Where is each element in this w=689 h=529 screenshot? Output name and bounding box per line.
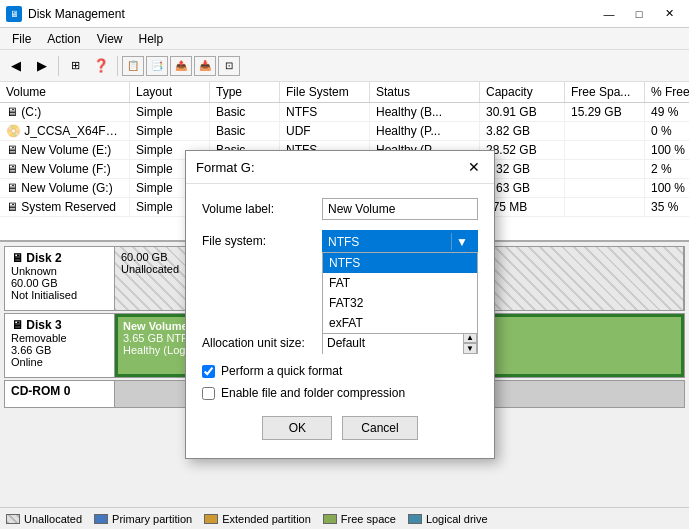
disk-3-name: 🖥 Disk 3 — [11, 318, 108, 332]
col-header-type[interactable]: Type — [210, 82, 280, 102]
filesystem-dropdown-list: NTFS FAT FAT32 exFAT — [322, 252, 478, 334]
title-bar-left: 🖥 Disk Management — [6, 6, 125, 22]
menu-help[interactable]: Help — [131, 30, 172, 48]
window-controls[interactable]: — □ ✕ — [595, 4, 683, 24]
cell-free — [565, 160, 645, 178]
cell-layout: Simple — [130, 122, 210, 140]
toolbar-separator-2 — [117, 56, 118, 76]
toolbar-btn-7[interactable]: 📤 — [170, 56, 192, 76]
fs-option-fat[interactable]: FAT — [323, 273, 477, 293]
col-header-status[interactable]: Status — [370, 82, 480, 102]
fs-option-fat32[interactable]: FAT32 — [323, 293, 477, 313]
cell-free: 15.29 GB — [565, 103, 645, 121]
col-header-freespace[interactable]: Free Spa... — [565, 82, 645, 102]
cell-volume: 🖥 System Reserved — [0, 198, 130, 216]
cell-status: Healthy (B... — [370, 103, 480, 121]
cell-fs: UDF — [280, 122, 370, 140]
compression-label[interactable]: Enable file and folder compression — [221, 386, 405, 400]
cell-type: Basic — [210, 103, 280, 121]
menu-bar: File Action View Help — [0, 28, 689, 50]
legend-freespace-color — [323, 514, 337, 524]
toolbar-btn-4[interactable]: ❓ — [89, 54, 113, 78]
alloc-spinners: ▲ ▼ — [463, 332, 477, 354]
compression-row: Enable file and folder compression — [202, 386, 478, 400]
col-header-layout[interactable]: Layout — [130, 82, 210, 102]
format-dialog: Format G: ✕ Volume label: File system: N… — [185, 150, 495, 459]
col-header-fs[interactable]: File System — [280, 82, 370, 102]
dialog-title-bar: Format G: ✕ — [186, 151, 494, 184]
toolbar-separator-1 — [58, 56, 59, 76]
filesystem-row: File system: NTFS ▼ NTFS FAT FAT32 exFAT — [202, 230, 478, 252]
toolbar-btn-6[interactable]: 📑 — [146, 56, 168, 76]
ok-button[interactable]: OK — [262, 416, 332, 440]
col-header-volume[interactable]: Volume — [0, 82, 130, 102]
legend-extended-label: Extended partition — [222, 513, 311, 525]
disk-3-info: 🖥 Disk 3 Removable 3.66 GB Online — [5, 314, 115, 377]
alloc-control: ▲ ▼ — [322, 332, 478, 354]
cell-volume: 🖥 New Volume (F:) — [0, 160, 130, 178]
legend-unallocated-color — [6, 514, 20, 524]
toolbar-btn-5[interactable]: 📋 — [122, 56, 144, 76]
cancel-button[interactable]: Cancel — [342, 416, 417, 440]
table-row[interactable]: 📀 J_CCSA_X64FRE_E... Simple Basic UDF He… — [0, 122, 689, 141]
legend-extended-color — [204, 514, 218, 524]
cell-volume: 🖥 New Volume (G:) — [0, 179, 130, 197]
disk-2-status: Not Initialised — [11, 289, 108, 301]
menu-file[interactable]: File — [4, 30, 39, 48]
legend-unallocated-label: Unallocated — [24, 513, 82, 525]
fs-option-exfat[interactable]: exFAT — [323, 313, 477, 333]
compression-checkbox[interactable] — [202, 387, 215, 400]
cell-pct: 0 % — [645, 122, 689, 140]
filesystem-dropdown[interactable]: NTFS ▼ — [322, 230, 478, 252]
quick-format-row: Perform a quick format — [202, 364, 478, 378]
table-header: Volume Layout Type File System Status Ca… — [0, 82, 689, 103]
legend-primary-color — [94, 514, 108, 524]
dialog-buttons: OK Cancel — [202, 408, 478, 444]
toolbar-btn-8[interactable]: 📥 — [194, 56, 216, 76]
legend-logical: Logical drive — [408, 513, 488, 525]
cell-pct: 100 % — [645, 179, 689, 197]
cell-pct: 100 % — [645, 141, 689, 159]
dialog-close-button[interactable]: ✕ — [464, 157, 484, 177]
cell-volume: 🖥 (C:) — [0, 103, 130, 121]
menu-view[interactable]: View — [89, 30, 131, 48]
alloc-row: Allocation unit size: ▲ ▼ — [202, 332, 478, 354]
filesystem-arrow-btn[interactable]: ▼ — [451, 233, 472, 250]
legend-extended: Extended partition — [204, 513, 311, 525]
fs-option-ntfs[interactable]: NTFS — [323, 253, 477, 273]
menu-action[interactable]: Action — [39, 30, 88, 48]
quick-format-label[interactable]: Perform a quick format — [221, 364, 342, 378]
disk-3-type: Removable — [11, 332, 108, 344]
table-row[interactable]: 🖥 (C:) Simple Basic NTFS Healthy (B... 3… — [0, 103, 689, 122]
toolbar-btn-9[interactable]: ⊡ — [218, 56, 240, 76]
close-button[interactable]: ✕ — [655, 4, 683, 24]
toolbar-btn-3[interactable]: ⊞ — [63, 54, 87, 78]
cell-volume: 🖥 New Volume (E:) — [0, 141, 130, 159]
legend-primary: Primary partition — [94, 513, 192, 525]
app-icon: 🖥 — [6, 6, 22, 22]
minimize-button[interactable]: — — [595, 4, 623, 24]
legend-bar: Unallocated Primary partition Extended p… — [0, 507, 689, 529]
forward-button[interactable]: ▶ — [30, 54, 54, 78]
cell-pct: 35 % — [645, 198, 689, 216]
cell-free — [565, 122, 645, 140]
alloc-down-button[interactable]: ▼ — [463, 343, 477, 354]
disk-2-type: Unknown — [11, 265, 108, 277]
cell-capacity: 3.82 GB — [480, 122, 565, 140]
volume-label-label: Volume label: — [202, 202, 322, 216]
filesystem-selected-value: NTFS — [328, 235, 359, 249]
col-header-capacity[interactable]: Capacity — [480, 82, 565, 102]
col-header-freepct[interactable]: % Free — [645, 82, 689, 102]
disk-2-info: 🖥 Disk 2 Unknown 60.00 GB Not Initialise… — [5, 247, 115, 310]
legend-primary-label: Primary partition — [112, 513, 192, 525]
legend-freespace-label: Free space — [341, 513, 396, 525]
maximize-button[interactable]: □ — [625, 4, 653, 24]
back-button[interactable]: ◀ — [4, 54, 28, 78]
alloc-input[interactable] — [323, 332, 463, 354]
quick-format-checkbox[interactable] — [202, 365, 215, 378]
volume-label-input[interactable] — [322, 198, 478, 220]
volume-label-row: Volume label: — [202, 198, 478, 220]
dropdown-arrow-icon: ▼ — [456, 235, 468, 249]
cdrom-name: CD-ROM 0 — [11, 384, 108, 398]
cell-layout: Simple — [130, 103, 210, 121]
